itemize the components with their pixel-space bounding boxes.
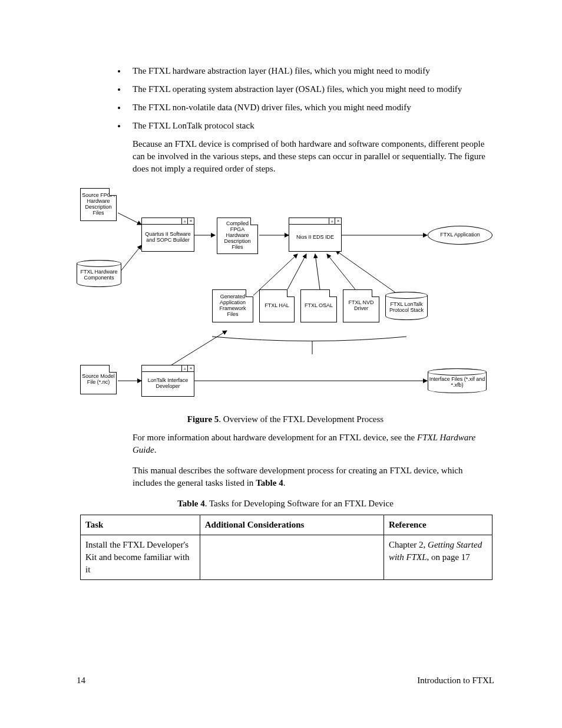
paragraph: This manual describes the software devel…: [133, 465, 494, 489]
node-label: FTXL HAL: [265, 303, 289, 309]
text-bold: Table 4: [256, 478, 283, 487]
doc-gen-framework: Generated Application Framework Files: [212, 289, 253, 322]
text: This manual describes the software devel…: [133, 466, 463, 487]
cyl-lontalk-stack: FTXL LonTalk Protocol Stack: [385, 292, 428, 320]
page-number: 14: [77, 674, 85, 687]
doc-ftxl-hal: FTXL HAL: [259, 289, 295, 322]
node-label: Nios II EDS IDE: [296, 229, 334, 241]
cyl-hw-components: FTXL Hardware Components: [77, 260, 121, 287]
node-label: Source Model File (*.nc): [82, 374, 115, 386]
col-header-reference: Reference: [384, 515, 492, 535]
node-label: FTXL Hardware Components: [77, 266, 121, 281]
text: .: [154, 445, 157, 454]
table-caption-text: . Tasks for Developing Software for an F…: [205, 499, 394, 508]
svg-line-0: [118, 213, 141, 225]
bullet-item: The FTXL LonTalk protocol stack: [127, 120, 494, 132]
doc-ftxl-osal: FTXL OSAL: [300, 289, 337, 322]
doc-ftxl-nvd: FTXL NVD Driver: [343, 289, 379, 322]
node-label: FTXL OSAL: [305, 303, 333, 309]
figure-label: Figure 5: [187, 414, 219, 424]
bullet-item: The FTXL operating system abstraction la…: [127, 83, 494, 95]
bullet-item: The FTXL non-volatile data (NVD) driver …: [127, 101, 494, 114]
cell-task: Install the FTXL Developer's Kit and bec…: [81, 535, 200, 580]
text: , on page 17: [427, 552, 470, 562]
close-icon: ×: [187, 365, 194, 371]
table-caption: Table 4. Tasks for Developing Software f…: [77, 498, 494, 510]
paragraph: Because an FTXL device is comprised of b…: [133, 138, 494, 175]
cyl-interface-files: Interface Files (*.xif and *.xfb): [428, 368, 487, 393]
node-label: LonTalk Interface Developer: [143, 372, 193, 390]
win-nios: ▵ × Nios II EDS IDE: [289, 218, 342, 252]
node-label: FTXL NVD Driver: [345, 300, 378, 312]
page-footer: 14 Introduction to FTXL: [77, 674, 494, 687]
figure-diagram: Source FPGA Hardware Description Files ▵…: [77, 183, 495, 407]
col-header-task: Task: [81, 515, 200, 535]
ellipse-ftxl-app: FTXL Application: [428, 226, 492, 245]
node-label: Source FPGA Hardware Description Files: [82, 193, 115, 216]
cell-additional: [200, 535, 384, 580]
svg-line-1: [118, 245, 141, 275]
doc-source-fpga: Source FPGA Hardware Description Files: [80, 188, 117, 221]
win-quartus: ▵ × Quartus II Software and SOPC Builder: [141, 218, 194, 252]
node-label: FTXL Application: [440, 232, 480, 238]
footer-title: Introduction to FTXL: [417, 674, 494, 687]
node-label: FTXL LonTalk Protocol Stack: [386, 298, 427, 314]
table-header-row: Task Additional Considerations Reference: [81, 515, 492, 535]
node-label: Compiled FPGA Hardware Description Files: [219, 221, 256, 250]
bullet-list: The FTXL hardware abstraction layer (HAL…: [77, 65, 494, 132]
node-label: Interface Files (*.xif and *.xfb): [428, 373, 486, 388]
node-label: Generated Application Framework Files: [214, 294, 252, 318]
close-icon: ×: [187, 218, 194, 224]
doc-source-model: Source Model File (*.nc): [80, 365, 117, 394]
text: Chapter 2,: [389, 540, 428, 549]
tasks-table: Task Additional Considerations Reference…: [80, 515, 492, 580]
node-label: Quartus II Software and SOPC Builder: [143, 226, 193, 243]
doc-compiled-fpga: Compiled FPGA Hardware Description Files: [217, 218, 258, 254]
bullet-item: The FTXL hardware abstraction layer (HAL…: [127, 65, 494, 77]
table-label: Table 4: [177, 499, 205, 508]
cell-reference: Chapter 2, Getting Started with FTXL, on…: [384, 535, 492, 580]
figure-caption-text: . Overview of the FTXL Development Proce…: [219, 414, 384, 424]
text: .: [283, 478, 286, 487]
text: For more information about hardware deve…: [133, 433, 417, 442]
win-lontalk-dev: ▵ × LonTalk Interface Developer: [141, 365, 194, 397]
svg-line-13: [168, 331, 227, 367]
table-row: Install the FTXL Developer's Kit and bec…: [81, 535, 492, 580]
figure-caption: Figure 5. Overview of the FTXL Developme…: [77, 413, 494, 426]
close-icon: ×: [335, 218, 341, 224]
col-header-additional: Additional Considerations: [200, 515, 384, 535]
paragraph: For more information about hardware deve…: [133, 431, 494, 456]
